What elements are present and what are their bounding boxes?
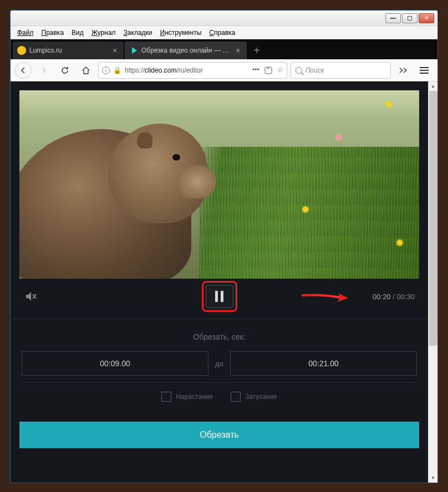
time-display: 00:20 / 00:30: [373, 293, 415, 301]
fade-options: Нарастание Затухание: [22, 382, 417, 411]
url-text: https://clideo.com/ru/editor: [125, 66, 249, 74]
scroll-thumb[interactable]: [429, 91, 437, 346]
page-content: 00:20 / 00:30 Обрезать, сек: 00:09.00 до…: [11, 81, 428, 483]
vertical-scrollbar[interactable]: ▲ ▼: [428, 81, 437, 483]
browser-window: ✕ Файл Правка Вид Журнал Закладки Инстру…: [10, 10, 438, 483]
search-placeholder: Поиск: [306, 66, 324, 74]
lock-icon: 🔒: [113, 66, 121, 74]
cut-to-input[interactable]: 00:21.00: [230, 351, 417, 376]
fade-out-checkbox[interactable]: Затухание: [231, 392, 277, 402]
total-time: 00:30: [396, 293, 415, 301]
cut-to-label: до: [215, 360, 223, 368]
home-button[interactable]: [77, 62, 95, 79]
menu-view[interactable]: Вид: [68, 27, 87, 38]
overflow-button[interactable]: [394, 62, 412, 79]
close-button[interactable]: ✕: [419, 13, 434, 23]
forward-button[interactable]: [35, 62, 53, 79]
cut-label: Обрезать, сек:: [22, 332, 417, 341]
bookmark-star-icon[interactable]: ☆: [277, 66, 283, 75]
page-actions-icon[interactable]: •••: [252, 66, 259, 75]
new-tab-button[interactable]: +: [248, 42, 266, 59]
menu-history[interactable]: Журнал: [88, 27, 119, 38]
mute-button[interactable]: [24, 290, 37, 303]
search-box[interactable]: Поиск: [291, 62, 391, 79]
fade-out-label: Затухание: [245, 393, 277, 401]
fade-in-label: Нарастание: [176, 393, 213, 401]
reload-button[interactable]: [56, 62, 74, 79]
window-titlebar: ✕: [11, 11, 437, 26]
pause-icon: [221, 291, 223, 302]
menu-button[interactable]: [415, 62, 433, 79]
tab-clideo[interactable]: Обрезка видео онлайн — Обр ×: [125, 42, 247, 59]
cut-button[interactable]: Обрезать: [19, 422, 419, 448]
pause-icon: [215, 291, 218, 302]
site-info-icon[interactable]: i: [102, 66, 110, 74]
checkbox-icon: [161, 392, 171, 402]
tab-bar: Lumpics.ru × Обрезка видео онлайн — Обр …: [11, 39, 437, 59]
cut-section: Обрезать, сек: 00:09.00 до 00:21.00 Нара…: [11, 319, 428, 419]
player-controls: 00:20 / 00:30: [11, 279, 428, 314]
tab-lumpics[interactable]: Lumpics.ru ×: [13, 42, 124, 59]
tab-title: Lumpics.ru: [29, 47, 107, 54]
maximize-button[interactable]: [402, 13, 418, 23]
menu-tools[interactable]: Инструменты: [157, 27, 205, 38]
scroll-down-button[interactable]: ▼: [429, 473, 437, 483]
fade-in-checkbox[interactable]: Нарастание: [161, 392, 213, 402]
menu-help[interactable]: Справка: [206, 27, 238, 38]
scroll-up-button[interactable]: ▲: [429, 81, 437, 91]
back-button[interactable]: [15, 62, 32, 79]
search-icon: [296, 67, 302, 74]
favicon-icon: [129, 46, 138, 55]
close-tab-icon[interactable]: ×: [110, 46, 119, 55]
current-time: 00:20: [373, 293, 391, 301]
address-bar[interactable]: i 🔒 https://clideo.com/ru/editor ••• ☆: [98, 62, 287, 79]
close-tab-icon[interactable]: ×: [233, 46, 242, 55]
cut-from-input[interactable]: 00:09.00: [22, 351, 208, 376]
checkbox-icon: [231, 392, 241, 402]
video-frame[interactable]: [19, 90, 419, 279]
tab-title: Обрезка видео онлайн — Обр: [141, 47, 230, 54]
annotation-arrow: [301, 291, 350, 305]
video-preview-area: [11, 81, 428, 279]
hamburger-icon: [420, 67, 429, 74]
menu-edit[interactable]: Правка: [38, 27, 68, 38]
menu-bar: Файл Правка Вид Журнал Закладки Инструме…: [11, 26, 437, 39]
favicon-icon: [17, 46, 26, 55]
menu-file[interactable]: Файл: [14, 27, 37, 38]
pause-button[interactable]: [206, 285, 233, 308]
annotation-highlight: [202, 281, 237, 312]
reader-icon[interactable]: [264, 66, 273, 75]
menu-bookmarks[interactable]: Закладки: [120, 27, 156, 38]
nav-toolbar: i 🔒 https://clideo.com/ru/editor ••• ☆ П…: [11, 59, 437, 81]
minimize-button[interactable]: [385, 13, 401, 23]
